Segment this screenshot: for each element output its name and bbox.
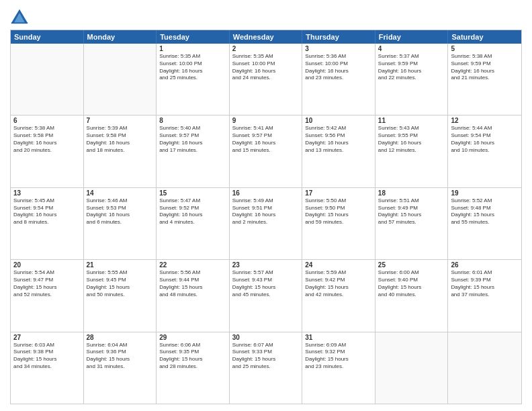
cell-content: Sunrise: 5:46 AM Sunset: 9:53 PM Dayligh… <box>87 197 154 226</box>
header <box>10 7 522 26</box>
calendar-cell: 7Sunrise: 5:39 AM Sunset: 9:58 PM Daylig… <box>84 116 157 187</box>
calendar-row: 20Sunrise: 5:54 AM Sunset: 9:47 PM Dayli… <box>11 259 521 331</box>
calendar-cell: 28Sunrise: 6:04 AM Sunset: 9:36 PM Dayli… <box>84 332 157 404</box>
cell-content: Sunrise: 5:43 AM Sunset: 9:55 PM Dayligh… <box>378 125 445 154</box>
cell-content: Sunrise: 5:35 AM Sunset: 10:00 PM Daylig… <box>232 53 300 82</box>
weekday-header: Monday <box>84 30 157 44</box>
logo <box>10 7 32 26</box>
calendar-cell: 12Sunrise: 5:44 AM Sunset: 9:54 PM Dayli… <box>448 116 521 187</box>
calendar-cell: 1Sunrise: 5:35 AM Sunset: 10:00 PM Dayli… <box>157 44 230 115</box>
weekday-header: Tuesday <box>157 30 230 44</box>
cell-content: Sunrise: 5:52 AM Sunset: 9:48 PM Dayligh… <box>451 197 519 226</box>
day-number: 13 <box>13 189 81 197</box>
calendar-row: 1Sunrise: 5:35 AM Sunset: 10:00 PM Dayli… <box>11 44 521 115</box>
calendar-cell: 24Sunrise: 5:59 AM Sunset: 9:42 PM Dayli… <box>302 260 375 331</box>
calendar-row: 13Sunrise: 5:45 AM Sunset: 9:54 PM Dayli… <box>11 187 521 259</box>
cell-content: Sunrise: 5:42 AM Sunset: 9:56 PM Dayligh… <box>305 125 372 154</box>
calendar-cell <box>84 44 157 115</box>
cell-content: Sunrise: 5:36 AM Sunset: 10:00 PM Daylig… <box>305 53 372 82</box>
cell-content: Sunrise: 5:51 AM Sunset: 9:49 PM Dayligh… <box>378 197 445 226</box>
calendar-cell: 25Sunrise: 6:00 AM Sunset: 9:40 PM Dayli… <box>375 260 449 331</box>
calendar-cell: 16Sunrise: 5:49 AM Sunset: 9:51 PM Dayli… <box>230 188 303 259</box>
cell-content: Sunrise: 5:55 AM Sunset: 9:45 PM Dayligh… <box>87 269 154 298</box>
day-number: 5 <box>451 45 519 52</box>
calendar-cell: 4Sunrise: 5:37 AM Sunset: 9:59 PM Daylig… <box>375 44 449 115</box>
cell-content: Sunrise: 5:41 AM Sunset: 9:57 PM Dayligh… <box>232 125 300 154</box>
cell-content: Sunrise: 5:40 AM Sunset: 9:57 PM Dayligh… <box>159 125 226 154</box>
day-number: 8 <box>159 117 226 124</box>
day-number: 30 <box>232 334 300 341</box>
calendar-cell: 15Sunrise: 5:47 AM Sunset: 9:52 PM Dayli… <box>157 188 230 259</box>
calendar-cell: 26Sunrise: 6:01 AM Sunset: 9:39 PM Dayli… <box>448 260 521 331</box>
calendar: SundayMondayTuesdayWednesdayThursdayFrid… <box>10 30 522 404</box>
day-number: 11 <box>378 117 445 124</box>
cell-content: Sunrise: 5:59 AM Sunset: 9:42 PM Dayligh… <box>305 269 372 298</box>
day-number: 12 <box>451 117 519 124</box>
day-number: 1 <box>159 45 226 52</box>
calendar-cell: 6Sunrise: 5:38 AM Sunset: 9:58 PM Daylig… <box>11 116 84 187</box>
day-number: 14 <box>87 189 154 197</box>
day-number: 9 <box>232 117 300 124</box>
cell-content: Sunrise: 5:38 AM Sunset: 9:59 PM Dayligh… <box>451 53 519 82</box>
day-number: 19 <box>451 189 519 197</box>
calendar-cell <box>448 332 521 404</box>
cell-content: Sunrise: 5:39 AM Sunset: 9:58 PM Dayligh… <box>87 125 154 154</box>
cell-content: Sunrise: 6:03 AM Sunset: 9:38 PM Dayligh… <box>13 342 81 371</box>
calendar-cell: 27Sunrise: 6:03 AM Sunset: 9:38 PM Dayli… <box>11 332 84 404</box>
cell-content: Sunrise: 5:45 AM Sunset: 9:54 PM Dayligh… <box>13 197 81 226</box>
weekday-header: Thursday <box>302 30 375 44</box>
calendar-cell: 29Sunrise: 6:06 AM Sunset: 9:35 PM Dayli… <box>157 332 230 404</box>
day-number: 26 <box>451 261 519 269</box>
day-number: 10 <box>305 117 372 124</box>
calendar-cell: 14Sunrise: 5:46 AM Sunset: 9:53 PM Dayli… <box>84 188 157 259</box>
calendar-cell <box>375 332 449 404</box>
calendar-cell: 30Sunrise: 6:07 AM Sunset: 9:33 PM Dayli… <box>230 332 303 404</box>
calendar-cell: 11Sunrise: 5:43 AM Sunset: 9:55 PM Dayli… <box>375 116 449 187</box>
cell-content: Sunrise: 5:37 AM Sunset: 9:59 PM Dayligh… <box>378 53 445 82</box>
cell-content: Sunrise: 5:54 AM Sunset: 9:47 PM Dayligh… <box>13 269 81 298</box>
weekday-header: Sunday <box>11 30 84 44</box>
calendar-cell: 23Sunrise: 5:57 AM Sunset: 9:43 PM Dayli… <box>230 260 303 331</box>
calendar-cell: 13Sunrise: 5:45 AM Sunset: 9:54 PM Dayli… <box>11 188 84 259</box>
logo-icon <box>10 7 29 26</box>
cell-content: Sunrise: 5:56 AM Sunset: 9:44 PM Dayligh… <box>159 269 226 298</box>
calendar-cell: 18Sunrise: 5:51 AM Sunset: 9:49 PM Dayli… <box>375 188 449 259</box>
calendar-cell <box>11 44 84 115</box>
cell-content: Sunrise: 5:57 AM Sunset: 9:43 PM Dayligh… <box>232 269 300 298</box>
calendar-cell: 5Sunrise: 5:38 AM Sunset: 9:59 PM Daylig… <box>448 44 521 115</box>
calendar-row: 6Sunrise: 5:38 AM Sunset: 9:58 PM Daylig… <box>11 115 521 187</box>
day-number: 16 <box>232 189 300 197</box>
cell-content: Sunrise: 5:47 AM Sunset: 9:52 PM Dayligh… <box>159 197 226 226</box>
day-number: 3 <box>305 45 372 52</box>
weekday-header: Friday <box>375 30 449 44</box>
day-number: 29 <box>159 334 226 341</box>
day-number: 27 <box>13 334 81 341</box>
cell-content: Sunrise: 5:50 AM Sunset: 9:50 PM Dayligh… <box>305 197 372 226</box>
calendar-cell: 19Sunrise: 5:52 AM Sunset: 9:48 PM Dayli… <box>448 188 521 259</box>
cell-content: Sunrise: 6:07 AM Sunset: 9:33 PM Dayligh… <box>232 342 300 371</box>
calendar-cell: 9Sunrise: 5:41 AM Sunset: 9:57 PM Daylig… <box>230 116 303 187</box>
day-number: 18 <box>378 189 445 197</box>
cell-content: Sunrise: 6:00 AM Sunset: 9:40 PM Dayligh… <box>378 269 445 298</box>
day-number: 2 <box>232 45 300 52</box>
day-number: 20 <box>13 261 81 269</box>
cell-content: Sunrise: 6:01 AM Sunset: 9:39 PM Dayligh… <box>451 269 519 298</box>
cell-content: Sunrise: 5:44 AM Sunset: 9:54 PM Dayligh… <box>451 125 519 154</box>
day-number: 17 <box>305 189 372 197</box>
day-number: 7 <box>87 117 154 124</box>
cell-content: Sunrise: 6:09 AM Sunset: 9:32 PM Dayligh… <box>305 342 372 371</box>
day-number: 15 <box>159 189 226 197</box>
calendar-cell: 10Sunrise: 5:42 AM Sunset: 9:56 PM Dayli… <box>302 116 375 187</box>
calendar-cell: 8Sunrise: 5:40 AM Sunset: 9:57 PM Daylig… <box>157 116 230 187</box>
day-number: 4 <box>378 45 445 52</box>
calendar-cell: 3Sunrise: 5:36 AM Sunset: 10:00 PM Dayli… <box>302 44 375 115</box>
weekday-header: Wednesday <box>230 30 303 44</box>
calendar-cell: 2Sunrise: 5:35 AM Sunset: 10:00 PM Dayli… <box>230 44 303 115</box>
day-number: 31 <box>305 334 372 341</box>
weekday-header: Saturday <box>448 30 521 44</box>
day-number: 25 <box>378 261 445 269</box>
cell-content: Sunrise: 5:38 AM Sunset: 9:58 PM Dayligh… <box>13 125 81 154</box>
day-number: 24 <box>305 261 372 269</box>
calendar-cell: 22Sunrise: 5:56 AM Sunset: 9:44 PM Dayli… <box>157 260 230 331</box>
cell-content: Sunrise: 5:49 AM Sunset: 9:51 PM Dayligh… <box>232 197 300 226</box>
